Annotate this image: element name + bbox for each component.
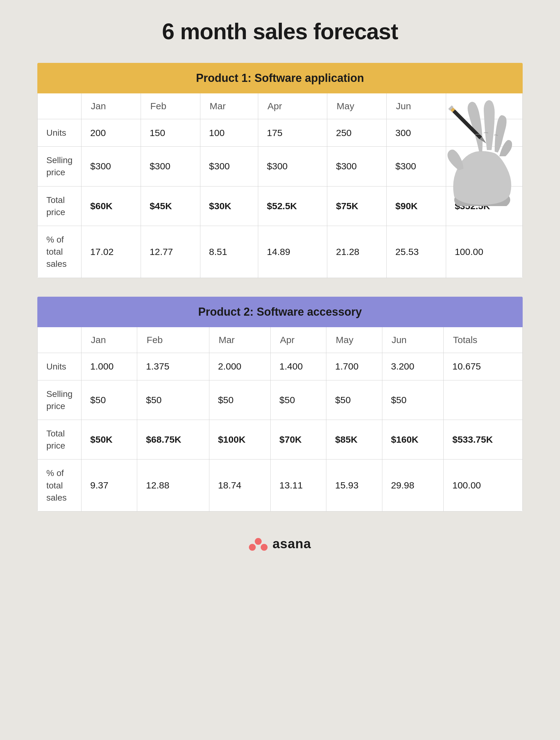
product2-selling-price-label: Selling price (38, 380, 82, 420)
product2-sp-jun: $50 (382, 380, 443, 420)
product1-total-price-label: Total price (38, 186, 82, 226)
svg-point-7 (261, 544, 267, 551)
svg-point-6 (249, 544, 256, 551)
product2-sp-may: $50 (326, 380, 382, 420)
product1-pct-jan: 17.02 (82, 226, 141, 278)
product1-tp-may: $75K (327, 186, 386, 226)
product1-tp-jan: $60K (82, 186, 141, 226)
product1-pct-row: % of total sales 17.02 12.77 8.51 14.89 … (38, 226, 523, 278)
product1-sp-mar: $300 (200, 147, 258, 186)
product2-tp-total: $533.75K (444, 420, 523, 460)
product1-units-may: 250 (327, 119, 386, 147)
product1-pct-may: 21.28 (327, 226, 386, 278)
product2-tp-apr: $70K (271, 420, 326, 460)
product1-units-feb: 150 (141, 119, 200, 147)
product1-units-jan: 200 (82, 119, 141, 147)
asana-logo-icon (249, 537, 267, 551)
product1-col-apr: Apr (258, 93, 327, 119)
product1-pct-mar: 8.51 (200, 226, 258, 278)
product2-pct-feb: 12.88 (137, 460, 209, 512)
product2-sp-apr: $50 (271, 380, 326, 420)
product2-units-feb: 1.375 (137, 353, 209, 380)
asana-footer: asana (249, 536, 311, 551)
product2-sp-jan: $50 (82, 380, 137, 420)
product1-units-label: Units (38, 119, 82, 147)
product2-units-jun: 3.200 (382, 353, 443, 380)
product2-col-jun: Jun (382, 327, 443, 353)
product2-pct-mar: 18.74 (209, 460, 270, 512)
product1-selling-price-label: Selling price (38, 147, 82, 186)
product1-units-total (446, 119, 522, 147)
product2-sp-mar: $50 (209, 380, 270, 420)
product1-column-headers: Jan Feb Mar Apr May Jun (38, 93, 523, 119)
product1-sp-jun: $300 (386, 147, 446, 186)
product1-sp-total (446, 147, 522, 186)
product2-label-header (38, 327, 82, 353)
product1-col-may: May (327, 93, 386, 119)
product2-table: Product 2: Software accessory Jan Feb Ma… (37, 297, 523, 512)
product1-pct-feb: 12.77 (141, 226, 200, 278)
product2-col-may: May (326, 327, 382, 353)
product2-tp-jan: $50K (82, 420, 137, 460)
product1-tp-jun: $90K (386, 186, 446, 226)
product2-tp-feb: $68.75K (137, 420, 209, 460)
product2-data-table: Jan Feb Mar Apr May Jun Totals Units 1.0… (37, 327, 523, 512)
product2-pct-total: 100.00 (444, 460, 523, 512)
product2-pct-may: 15.93 (326, 460, 382, 512)
svg-point-5 (255, 538, 262, 545)
product2-col-totals: Totals (444, 327, 523, 353)
product2-pct-label: % of total sales (38, 460, 82, 512)
product1-units-mar: 100 (200, 119, 258, 147)
product1-label-header (38, 93, 82, 119)
product1-sp-jan: $300 (82, 147, 141, 186)
product2-sp-feb: $50 (137, 380, 209, 420)
product1-selling-price-row: Selling price $300 $300 $300 $300 $300 $… (38, 147, 523, 186)
asana-brand-name: asana (272, 536, 311, 551)
product2-units-jan: 1.000 (82, 353, 137, 380)
product1-tp-feb: $45K (141, 186, 200, 226)
product1-pct-total: 100.00 (446, 226, 522, 278)
product2-pct-jun: 29.98 (382, 460, 443, 512)
product2-tp-may: $85K (326, 420, 382, 460)
page-title: 6 month sales forecast (162, 19, 398, 44)
product1-header: Product 1: Software application (37, 63, 523, 93)
product2-col-feb: Feb (137, 327, 209, 353)
product1-tp-total: $352.5K (446, 186, 522, 226)
product2-units-apr: 1.400 (271, 353, 326, 380)
product2-total-price-label: Total price (38, 420, 82, 460)
product2-selling-price-row: Selling price $50 $50 $50 $50 $50 $50 (38, 380, 523, 420)
product1-tp-mar: $30K (200, 186, 258, 226)
product1-pct-label: % of total sales (38, 226, 82, 278)
product1-sp-may: $300 (327, 147, 386, 186)
product1-col-jun: Jun (386, 93, 446, 119)
product1-table: Product 1: Software application Jan Feb … (37, 63, 523, 278)
product2-tp-jun: $160K (382, 420, 443, 460)
product2-column-headers: Jan Feb Mar Apr May Jun Totals (38, 327, 523, 353)
product1-col-mar: Mar (200, 93, 258, 119)
product2-col-mar: Mar (209, 327, 270, 353)
product2-header: Product 2: Software accessory (37, 297, 523, 327)
product1-sp-feb: $300 (141, 147, 200, 186)
product1-col-feb: Feb (141, 93, 200, 119)
product1-sp-apr: $300 (258, 147, 327, 186)
product2-units-may: 1.700 (326, 353, 382, 380)
product2-units-row: Units 1.000 1.375 2.000 1.400 1.700 3.20… (38, 353, 523, 380)
product2-pct-apr: 13.11 (271, 460, 326, 512)
product1-tp-apr: $52.5K (258, 186, 327, 226)
product2-units-mar: 2.000 (209, 353, 270, 380)
product1-data-table: Jan Feb Mar Apr May Jun Units 200 150 10… (37, 93, 523, 278)
product1-pct-jun: 25.53 (386, 226, 446, 278)
product2-col-apr: Apr (271, 327, 326, 353)
product2-col-jan: Jan (82, 327, 137, 353)
product2-total-price-row: Total price $50K $68.75K $100K $70K $85K… (38, 420, 523, 460)
asana-logo-svg (249, 537, 267, 551)
product1-units-apr: 175 (258, 119, 327, 147)
product2-tp-mar: $100K (209, 420, 270, 460)
product1-pct-apr: 14.89 (258, 226, 327, 278)
product2-units-total: 10.675 (444, 353, 523, 380)
product2-pct-row: % of total sales 9.37 12.88 18.74 13.11 … (38, 460, 523, 512)
product1-col-jan: Jan (82, 93, 141, 119)
product1-units-jun: 300 (386, 119, 446, 147)
product2-pct-jan: 9.37 (82, 460, 137, 512)
product2-units-label: Units (38, 353, 82, 380)
